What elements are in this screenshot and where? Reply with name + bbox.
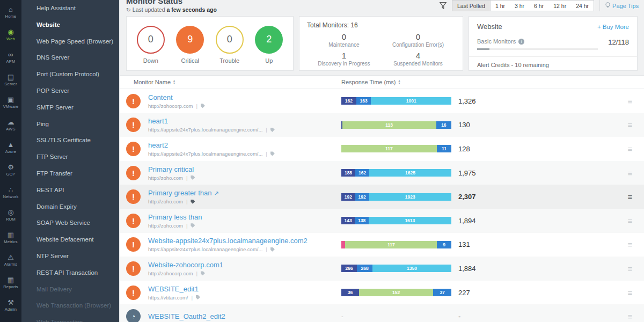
rail-item-azure[interactable]: ▲Azure (0, 136, 21, 159)
row-menu-icon[interactable]: ≡ (616, 240, 644, 249)
tag-icon[interactable] (270, 151, 275, 156)
table-row[interactable]: !heart2https://appsite24x7plus.localmana… (120, 137, 644, 161)
table-row[interactable]: ◔WEBSITE_Oauth2_edit2--≡ (120, 304, 644, 322)
rail-item-admin[interactable]: ⚒Admin (0, 294, 21, 317)
sidebar-item-ntp-server[interactable]: NTP Server (21, 248, 119, 265)
tag-icon[interactable] (201, 104, 205, 108)
row-menu-icon[interactable]: ≡ (616, 288, 644, 297)
tag-icon[interactable] (270, 128, 275, 132)
table-row[interactable]: !Primary less thanhttp://zoho.com|143138… (120, 209, 644, 233)
row-menu-icon[interactable]: ≡ (616, 192, 644, 201)
time-range-24-hr[interactable]: 24 hr (571, 1, 594, 11)
filter-funnel-icon[interactable] (440, 2, 447, 9)
sidebar-item-pop-server[interactable]: POP Server (21, 83, 119, 99)
row-menu-icon[interactable]: ≡ (616, 144, 644, 153)
refresh-icon[interactable]: ↻ (126, 6, 131, 13)
sidebar-item-help-assistant[interactable]: Help Assistant (21, 0, 119, 17)
tag-icon[interactable] (270, 247, 275, 252)
status-circle-trouble[interactable]: 0Trouble (216, 26, 244, 64)
sidebar-item-web-transaction[interactable]: Web Transaction (21, 314, 119, 322)
table-row[interactable]: !Primary greater than↗http://zoho.com|19… (120, 185, 644, 209)
sort-monitor-name[interactable]: ▴▾ (173, 79, 175, 85)
sidebar-item-ftp-server[interactable]: FTP Server (21, 149, 119, 165)
tag-icon[interactable] (191, 175, 195, 180)
table-row[interactable]: !Website-zohocorp.com1http://zohocorp.co… (120, 257, 644, 281)
monitor-cell: !heart2https://appsite24x7plus.localmana… (120, 141, 341, 157)
monitor-name-link[interactable]: WEBSITE_edit1 (148, 285, 200, 293)
sidebar-item-smtp-server[interactable]: SMTP Server (21, 99, 119, 116)
buy-more-link[interactable]: + Buy More (597, 24, 629, 30)
sidebar-item-dns-server[interactable]: DNS Server (21, 49, 119, 66)
page-tips-button[interactable]: Page Tips (599, 0, 639, 11)
tag-icon[interactable] (191, 223, 195, 228)
rail-item-alarms[interactable]: ⚠Alarms (0, 249, 21, 272)
table-row[interactable]: !Website-appsite24x7plus.localmanageengi… (120, 233, 644, 257)
status-circle-down[interactable]: 0Down (137, 26, 165, 64)
sidebar-item-website-defacement[interactable]: Website Defacement (21, 231, 119, 248)
monitor-name-link[interactable]: Primary critical (148, 165, 195, 173)
sort-response-time[interactable]: ▴▾ (398, 79, 400, 85)
status-circle-up[interactable]: 2Up (255, 26, 283, 64)
rail-item-vmware[interactable]: ▣VMware (0, 91, 21, 114)
status-circle-critical[interactable]: 9Critical (176, 26, 204, 64)
monitor-name-link[interactable]: Primary less than (148, 213, 202, 221)
total-item-discovery-in-progress: 1Discovery in Progress (307, 51, 381, 67)
sidebar-item-soap-web-service[interactable]: SOAP Web Service (21, 215, 119, 231)
tag-icon[interactable] (201, 271, 205, 275)
sidebar-item-rest-api-transaction[interactable]: REST API Transaction (21, 265, 119, 281)
table-row[interactable]: !Contenthttp://zohocorp.com|16216310011,… (120, 89, 644, 113)
critical-status-icon: ! (126, 286, 141, 300)
time-range-3-hr[interactable]: 3 hr (510, 1, 529, 11)
row-menu-icon[interactable]: ≡ (616, 120, 644, 129)
table-row[interactable]: !WEBSITE_edit1https://vtitan.com/|361523… (120, 281, 644, 305)
rail-item-apm[interactable]: ∞APM (0, 46, 21, 69)
monitor-name-link[interactable]: Primary greater than↗ (148, 189, 219, 197)
monitor-name-link[interactable]: heart2 (148, 141, 275, 149)
time-range-12-hr[interactable]: 12 hr (548, 1, 571, 11)
time-range-6-hr[interactable]: 6 hr (529, 1, 548, 11)
table-row[interactable]: !heart1https://appsite24x7plus.localmana… (120, 113, 644, 137)
total-monitors-title: Total Monitors: 16 (307, 21, 455, 29)
monitor-name-link[interactable]: Content (148, 93, 205, 101)
table-row[interactable]: !Primary criticalhttp://zoho.com|1881621… (120, 161, 644, 185)
rail-item-gcp[interactable]: ⚙GCP (0, 159, 21, 181)
url-separator: | (191, 295, 192, 301)
rail-item-home[interactable]: ⌂Home (0, 1, 21, 24)
sidebar-item-website[interactable]: Website (21, 17, 119, 33)
bar-segment-blue: 11 (437, 145, 451, 152)
time-range-last-polled[interactable]: Last Polled (452, 1, 491, 11)
rail-item-reports[interactable]: ▦Reports (0, 272, 21, 294)
monitor-name-link[interactable]: WEBSITE_Oauth2_edit2 (148, 312, 225, 320)
rail-item-server[interactable]: ▤Server (0, 69, 21, 91)
sidebar-item-web-transaction-browser-[interactable]: Web Transaction (Browser) (21, 297, 119, 314)
sidebar-item-ssl-tls-certificate[interactable]: SSL/TLS Certificate (21, 132, 119, 149)
row-menu-icon[interactable]: ≡ (616, 169, 644, 178)
row-menu-icon[interactable]: ≡ (616, 97, 644, 106)
rail-item-network[interactable]: ∴Network (0, 181, 21, 204)
tag-icon[interactable] (196, 295, 200, 299)
bar-segment-pink (341, 241, 345, 248)
sidebar-item-mail-delivery[interactable]: Mail Delivery (21, 281, 119, 298)
sidebar-item-rest-api[interactable]: REST API (21, 182, 119, 199)
status-label: Critical (181, 57, 199, 64)
tag-icon[interactable] (191, 200, 195, 204)
sidebar-item-web-page-speed-browser-[interactable]: Web Page Speed (Browser) (21, 33, 119, 50)
time-range-group: Last Polled1 hr3 hr6 hr12 hr24 hr (452, 0, 594, 11)
info-icon[interactable]: i (518, 39, 524, 45)
time-range-1-hr[interactable]: 1 hr (491, 1, 510, 11)
monitor-name-link[interactable]: heart1 (148, 117, 275, 125)
rail-item-metrics[interactable]: ▥Metrics (0, 226, 21, 249)
rail-item-rum[interactable]: ◎RUM (0, 204, 21, 226)
row-menu-icon[interactable]: ≡ (616, 264, 644, 273)
rail-item-aws[interactable]: ☁AWS (0, 114, 21, 136)
monitor-name-link[interactable]: Website-zohocorp.com1 (148, 261, 223, 269)
row-menu-icon[interactable]: ≡ (616, 216, 644, 225)
sidebar-item-port-custom-protocol-[interactable]: Port (Custom Protocol) (21, 66, 119, 83)
rail-item-web[interactable]: ◉Web (0, 24, 21, 46)
sidebar-item-ping[interactable]: Ping (21, 116, 119, 133)
monitor-url: https://appsite24x7plus.localmanageengin… (148, 151, 262, 157)
monitor-name-link[interactable]: Website-appsite24x7plus.localmanageengin… (148, 237, 308, 245)
row-menu-icon[interactable]: ≡ (616, 312, 644, 321)
sidebar-item-ftp-transfer[interactable]: FTP Transfer (21, 165, 119, 182)
sidebar-item-domain-expiry[interactable]: Domain Expiry (21, 199, 119, 215)
